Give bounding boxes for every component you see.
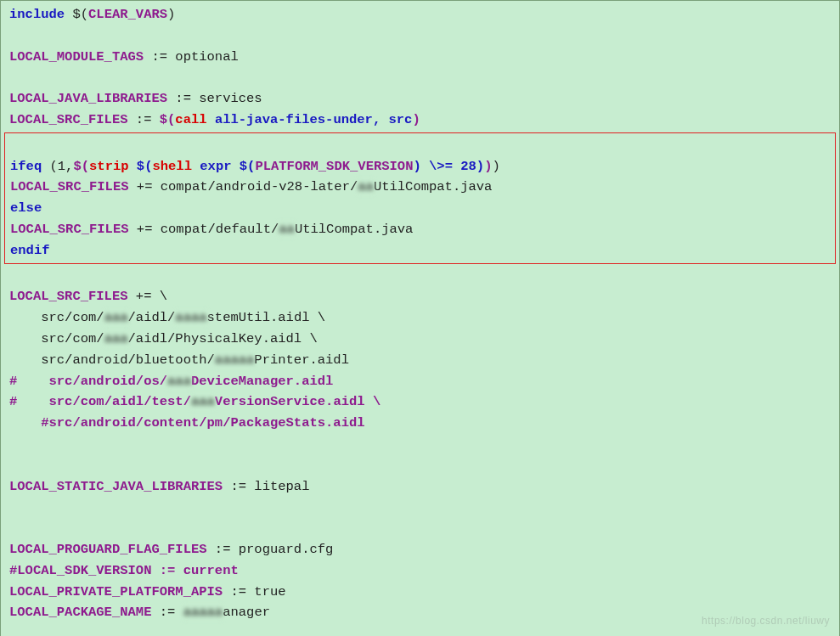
code-line: LOCAL_SRC_FILES := $(call all-java-files… [9,110,831,131]
code-line: endif [10,240,830,262]
comment-line: # src/android/os/aaaDeviceManager.aidl [9,371,831,392]
code-line: LOCAL_SRC_FILES += \ [9,286,831,307]
redacted-text: aaaa [175,310,206,325]
redacted-text: aaa [191,394,215,409]
comment-line: # src/com/aidl/test/aaaVersionService.ai… [9,391,831,413]
code-line: include $(CLEAR_VARS) [9,4,831,25]
code-line: else [10,198,830,219]
redacted-text: aaa [104,331,128,346]
code-line: LOCAL_PROGUARD_FLAG_FILES := proguard.cf… [9,539,831,560]
code-line: LOCAL_SRC_FILES += compat/default/aaUtil… [10,219,830,240]
redacted-text: aaaaa [215,352,255,368]
code-line: src/android/bluetooth/aaaaaPrinter.aidl [9,350,831,371]
keyword-include: include [9,7,65,22]
redacted-text: aaaaa [183,605,223,620]
blank-line [9,266,831,287]
redacted-text: aa [279,222,295,237]
code-line: LOCAL_STATIC_JAVA_LIBRARIES := litepal [9,476,831,498]
redacted-text: aaa [167,374,191,389]
blank-line [9,518,831,539]
redacted-text: aaa [104,310,128,325]
highlighted-block: ifeq (1,$(strip $(shell expr $(PLATFORM_… [4,132,836,264]
code-line: LOCAL_PRIVATE_PLATFORM_APIS := true [9,582,831,603]
code-line: LOCAL_JAVA_LIBRARIES := services [9,88,831,110]
blank-line [9,25,831,47]
redacted-text: aa [358,179,374,194]
code-line: LOCAL_MODULE_TAGS := optional [9,47,831,68]
code-line: ifeq (1,$(strip $(shell expr $(PLATFORM_… [10,156,830,177]
blank-line [9,434,831,455]
code-block: include $(CLEAR_VARS) LOCAL_MODULE_TAGS … [0,0,840,636]
blank-line [9,497,831,518]
code-line: src/com/aaa/aidl/aaaastemUtil.aidl \ [9,307,831,329]
blank-line [9,455,831,476]
blank-line [9,67,831,88]
blank-line [10,135,830,156]
code-line: LOCAL_SRC_FILES += compat/android-v28-la… [10,177,830,198]
comment-line: #LOCAL_SDK_VERSION := current [9,560,831,582]
watermark-text: https://blog.csdn.net/liuwy [702,613,830,629]
code-line: src/com/aaa/aidl/PhysicalKey.aidl \ [9,329,831,350]
comment-line: #src/android/content/pm/PackageStats.aid… [9,413,831,434]
